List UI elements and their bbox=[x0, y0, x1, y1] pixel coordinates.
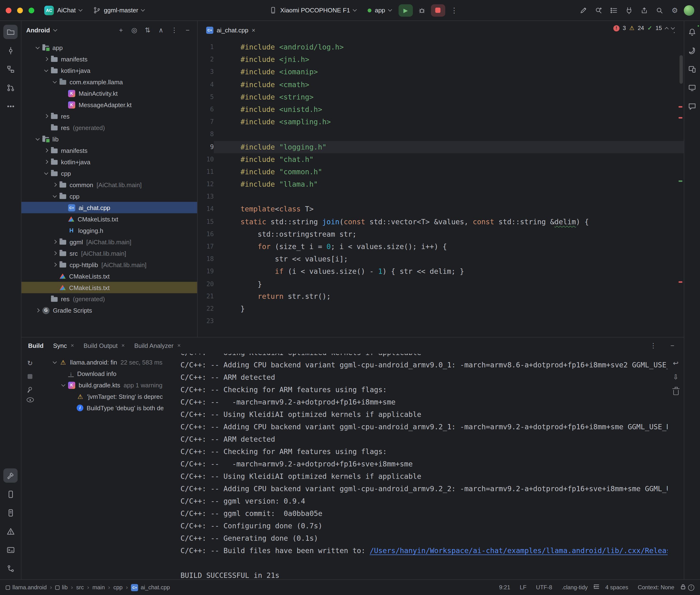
project-item-kotlin-java[interactable]: kotlin+java bbox=[22, 156, 197, 168]
soft-wrap-button[interactable]: ↩ bbox=[673, 359, 678, 367]
code-text[interactable] bbox=[214, 315, 684, 328]
stop-sync-button[interactable] bbox=[28, 374, 32, 379]
tab-sync[interactable]: Sync× bbox=[53, 342, 74, 349]
debug-button[interactable] bbox=[416, 4, 428, 17]
code-text[interactable]: #include "logging.h" bbox=[214, 141, 684, 153]
project-item-manifests[interactable]: manifests bbox=[22, 53, 197, 65]
stop-button[interactable] bbox=[431, 4, 445, 17]
line-number[interactable]: 21 bbox=[198, 290, 214, 303]
status-encoding[interactable]: UTF-8 bbox=[532, 584, 556, 591]
run-configuration-selector[interactable]: app bbox=[363, 5, 396, 16]
code-text[interactable]: } bbox=[214, 303, 684, 315]
chevron-down-icon[interactable] bbox=[35, 45, 39, 49]
version-control-tool-button[interactable] bbox=[3, 561, 18, 575]
console-link[interactable]: /Users/hanyin/Workspace/ai-chat/examples… bbox=[370, 546, 668, 555]
line-number[interactable]: 22 bbox=[198, 303, 214, 315]
build-item-jvmtarget-string-is-deprec[interactable]: ⚠'jvmTarget: String' is deprec bbox=[38, 391, 175, 402]
close-tab-icon[interactable]: × bbox=[252, 26, 255, 34]
build-tool-button[interactable] bbox=[3, 468, 18, 483]
project-item-logging-h[interactable]: Hlogging.h bbox=[22, 225, 197, 236]
code-text[interactable]: #include <unistd.h> bbox=[214, 103, 684, 116]
chevron-down-icon[interactable] bbox=[53, 360, 57, 364]
project-item-com-example-llama[interactable]: com.example.llama bbox=[22, 76, 197, 88]
chevron-down-icon[interactable] bbox=[61, 382, 65, 387]
project-item-app[interactable]: app bbox=[22, 42, 197, 53]
run-button[interactable]: ▶ bbox=[398, 4, 413, 17]
code-text[interactable]: #include "common.h" bbox=[214, 166, 684, 178]
line-number[interactable]: 19 bbox=[198, 265, 214, 278]
status-caret-position[interactable]: 9:21 bbox=[496, 584, 514, 591]
status-context[interactable]: Context: None bbox=[634, 584, 678, 591]
code-text[interactable]: template<class T> bbox=[214, 203, 684, 216]
line-number[interactable]: 9 bbox=[198, 141, 214, 153]
close-tab-icon[interactable]: × bbox=[121, 342, 125, 349]
chevron-right-icon[interactable] bbox=[44, 148, 48, 152]
re-sync-button[interactable]: ↻ bbox=[27, 359, 33, 367]
expand-all-button[interactable]: ⇅ bbox=[143, 26, 152, 34]
settings-button[interactable]: ⚙ bbox=[669, 4, 681, 17]
project-item-cpp[interactable]: cpp bbox=[22, 168, 197, 179]
search-everywhere-button[interactable] bbox=[653, 4, 666, 17]
code-area[interactable]: 1#include <android/log.h>2#include <jni.… bbox=[198, 39, 684, 337]
line-number[interactable]: 4 bbox=[198, 78, 214, 91]
status-inspection-status[interactable]: ! bbox=[688, 584, 694, 591]
line-number[interactable]: 2 bbox=[198, 53, 214, 66]
project-item-res[interactable]: res(generated) bbox=[22, 293, 197, 305]
chevron-right-icon[interactable] bbox=[53, 182, 57, 187]
logcat-tool-button[interactable] bbox=[3, 506, 18, 520]
pin-icon[interactable] bbox=[28, 387, 32, 391]
project-item-messageadapter-kt[interactable]: KMessageAdapter.kt bbox=[22, 99, 197, 111]
gradle-tool-button[interactable] bbox=[685, 43, 699, 58]
tab-build-analyzer[interactable]: Build Analyzer× bbox=[134, 342, 181, 349]
code-text[interactable]: #include <sampling.h> bbox=[214, 116, 684, 128]
breadcrumb-item-cpp[interactable]: cpp bbox=[113, 584, 123, 591]
line-number[interactable]: 13 bbox=[198, 191, 214, 203]
ai-actions-button[interactable] bbox=[577, 4, 589, 17]
chevron-down-icon[interactable] bbox=[53, 193, 57, 197]
pull-requests-tool-button[interactable] bbox=[3, 81, 18, 95]
code-text[interactable]: #include "chat.h" bbox=[214, 153, 684, 166]
build-item-download-info[interactable]: ↓Download info bbox=[38, 368, 175, 379]
chevron-down-icon[interactable] bbox=[53, 27, 57, 31]
chevron-right-icon[interactable] bbox=[35, 308, 39, 312]
project-item-mainactivity-kt[interactable]: KMainActivity.kt bbox=[22, 88, 197, 99]
chevron-right-icon[interactable] bbox=[53, 263, 57, 267]
add-button[interactable]: + bbox=[116, 26, 126, 34]
chevron-right-icon[interactable] bbox=[44, 160, 48, 164]
commit-tool-button[interactable] bbox=[3, 43, 18, 58]
line-number[interactable]: 10 bbox=[198, 153, 214, 166]
collapse-all-button[interactable]: ∧ bbox=[156, 26, 166, 34]
chevron-down-icon[interactable] bbox=[44, 67, 48, 72]
profile-avatar[interactable] bbox=[684, 5, 694, 16]
clear-console-button[interactable] bbox=[673, 390, 678, 395]
chevron-right-icon[interactable] bbox=[44, 114, 48, 118]
chevron-down-icon[interactable] bbox=[44, 170, 48, 174]
build-item-llama-android-fin[interactable]: ⚠llama.android: fin22 sec, 583 ms bbox=[38, 357, 175, 368]
code-text[interactable]: static std::string join(const std::vecto… bbox=[214, 216, 684, 228]
project-item-res[interactable]: res bbox=[22, 111, 197, 122]
scrollbar-thumb[interactable] bbox=[679, 55, 683, 84]
line-number[interactable]: 12 bbox=[198, 178, 214, 191]
chevron-right-icon[interactable] bbox=[44, 57, 48, 61]
locate-file-button[interactable]: ◎ bbox=[130, 26, 139, 34]
code-text[interactable]: #include <string> bbox=[214, 91, 684, 103]
app-quality-insights-tool-button[interactable] bbox=[685, 99, 699, 113]
window-minimize-button[interactable] bbox=[17, 7, 23, 13]
more-tool-windows-button[interactable] bbox=[3, 99, 18, 113]
hide-build-panel-button[interactable]: − bbox=[668, 342, 677, 349]
project-item-ai-chat-cpp[interactable]: C+ai_chat.cpp bbox=[22, 202, 197, 213]
window-close-button[interactable] bbox=[6, 7, 11, 13]
ai-search-button[interactable] bbox=[592, 4, 605, 17]
editor-tab-ai-chat-cpp[interactable]: C+ ai_chat.cpp × bbox=[202, 21, 259, 39]
build-options-button[interactable]: ⋮ bbox=[648, 342, 658, 349]
line-number[interactable]: 23 bbox=[198, 315, 214, 328]
scroll-to-end-button[interactable]: ⇩ bbox=[673, 373, 678, 381]
line-number[interactable]: 8 bbox=[198, 128, 214, 140]
line-number[interactable]: 17 bbox=[198, 240, 214, 253]
share-button[interactable] bbox=[638, 4, 650, 17]
line-number[interactable]: 20 bbox=[198, 278, 214, 290]
project-item-res[interactable]: res(generated) bbox=[22, 122, 197, 133]
code-text[interactable]: #include <android/log.h> bbox=[214, 41, 684, 53]
structure-tool-button[interactable] bbox=[3, 62, 18, 76]
project-item-common[interactable]: common[AiChat.lib.main] bbox=[22, 179, 197, 191]
